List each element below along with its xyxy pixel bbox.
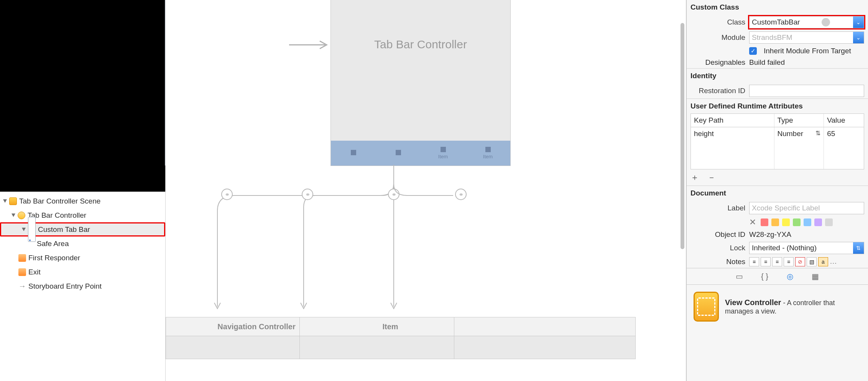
inspector-panel: Custom Class Class CustomTabBar ⌄ Module… <box>686 0 868 381</box>
module-field[interactable]: StrandsBFM ⌄ <box>749 31 864 44</box>
swatch-blue[interactable] <box>804 218 811 226</box>
udra-add-remove[interactable]: ＋ － <box>687 169 868 186</box>
view-controller-icon <box>694 292 719 322</box>
udra-type[interactable]: Number <box>778 130 804 138</box>
swatch-yellow[interactable] <box>782 218 790 226</box>
udra-col-key[interactable]: Key Path <box>691 114 774 127</box>
outline-custom-tabbar[interactable]: Custom Tab Bar <box>0 222 165 236</box>
clear-color-icon[interactable]: ✕ <box>749 217 756 227</box>
swatch-red[interactable] <box>761 218 768 226</box>
swatch-green[interactable] <box>793 218 801 226</box>
tab-icon <box>396 150 401 155</box>
outline-controller[interactable]: Tab Bar Controller <box>0 208 165 222</box>
module-label: Module <box>690 33 745 42</box>
swatch-orange[interactable] <box>771 218 779 226</box>
object-id-value: W28-zg-YXA <box>749 230 791 239</box>
tab-item[interactable]: Item <box>465 141 510 166</box>
udra-col-value[interactable]: Value <box>824 114 864 127</box>
library-filter-bar[interactable]: ▭ { } ◎ ▦ <box>687 268 868 285</box>
navigator-panel: Tab Bar Controller Scene Tab Bar Control… <box>0 0 166 381</box>
class-field[interactable]: CustomTabBar ⌄ <box>749 16 864 28</box>
udra-value[interactable]: 65 <box>827 130 835 138</box>
chevron-down-icon[interactable]: ⌄ <box>853 16 864 28</box>
media-library-icon[interactable]: ▦ <box>810 271 820 281</box>
module-placeholder: StrandsBFM <box>752 33 792 42</box>
align-center-icon[interactable]: ≡ <box>761 257 771 266</box>
lock-label: Lock <box>690 244 745 252</box>
restoration-field[interactable] <box>749 85 864 97</box>
class-label: Class <box>690 18 745 26</box>
tab-bar[interactable]: Item Item <box>331 141 510 166</box>
align-justify-icon[interactable]: ≡ <box>784 257 794 266</box>
svg-text:⚭: ⚭ <box>459 191 464 198</box>
notes-image-icon[interactable]: ▧ <box>807 257 817 266</box>
scene-icon <box>9 197 17 205</box>
outline-first-responder[interactable]: First Responder <box>0 251 165 265</box>
doc-color-row: ✕ <box>687 216 868 229</box>
type-stepper-icon[interactable]: ⇅ <box>814 130 820 137</box>
restoration-row: Restoration ID <box>687 83 868 99</box>
notes-toolbar[interactable]: ≡ ≡ ≡ ≡ ⊘ ▧ a … <box>749 257 837 266</box>
library-item-view-controller[interactable]: View Controller - A controller that mana… <box>687 285 868 328</box>
doc-label-label: Label <box>690 204 745 212</box>
child-scene-header[interactable] <box>454 317 636 336</box>
tab-bar-controller-scene[interactable]: Tab Bar Controller Item Item <box>330 0 511 166</box>
lock-field[interactable]: Inherited - (Nothing) ⇅ <box>749 242 864 254</box>
clear-icon[interactable] <box>822 18 830 26</box>
chevron-down-icon[interactable]: ⇅ <box>853 242 864 254</box>
class-row: Class CustomTabBar ⌄ <box>687 15 868 30</box>
outline-exit[interactable]: Exit <box>0 265 165 279</box>
document-outline[interactable]: Tab Bar Controller Scene Tab Bar Control… <box>0 192 165 381</box>
notes-font-icon[interactable]: a <box>818 257 828 266</box>
section-identity: Identity <box>687 68 868 83</box>
disclosure-icon[interactable] <box>22 228 26 231</box>
tab-item[interactable] <box>331 141 376 166</box>
outline-controller-label: Tab Bar Controller <box>28 211 86 220</box>
swatch-purple[interactable] <box>814 218 822 226</box>
outline-first-responder-label: First Responder <box>28 254 80 262</box>
swatch-gray[interactable] <box>825 218 833 226</box>
align-left-icon[interactable]: ≡ <box>749 257 759 266</box>
object-library-icon[interactable]: ◎ <box>785 271 795 281</box>
outline-exit-label: Exit <box>28 268 41 276</box>
designables-label: Designables <box>690 58 745 67</box>
restoration-label: Restoration ID <box>690 87 745 95</box>
notes-label: Notes <box>690 258 745 266</box>
doc-label-row: Label Xcode Specific Label <box>687 200 868 216</box>
exit-icon <box>18 268 26 276</box>
tab-item[interactable] <box>376 141 421 166</box>
disclosure-icon[interactable] <box>12 213 15 217</box>
designables-row: Designables Build failed <box>687 57 868 68</box>
disclosure-icon[interactable] <box>3 199 7 203</box>
outline-entry-point[interactable]: → Storyboard Entry Point <box>0 279 165 293</box>
label-color-swatches[interactable]: ✕ <box>749 217 833 227</box>
outline-scene[interactable]: Tab Bar Controller Scene <box>0 194 165 208</box>
align-right-icon[interactable]: ≡ <box>772 257 782 266</box>
controller-icon <box>18 212 25 219</box>
udra-table-header: Key Path Type Value <box>690 113 864 127</box>
outline-entry-point-label: Storyboard Entry Point <box>28 282 102 291</box>
outline-safe-area[interactable]: Safe Area <box>0 236 165 251</box>
inherit-checkbox[interactable]: ✓ <box>749 47 757 55</box>
udra-key[interactable]: height <box>694 130 714 138</box>
tab-item[interactable]: Item <box>421 141 465 166</box>
udra-col-type[interactable]: Type <box>774 114 824 127</box>
code-snippet-icon[interactable]: { } <box>760 271 770 281</box>
child-scene-body[interactable] <box>454 336 636 359</box>
section-document: Document <box>687 186 868 200</box>
notes-row: Notes ≡ ≡ ≡ ≡ ⊘ ▧ a … <box>687 256 868 268</box>
outline-custom-tabbar-label: Custom Tab Bar <box>38 225 90 234</box>
udra-table-row[interactable]: height Number ⇅ 65 <box>690 127 864 169</box>
chevron-down-icon[interactable]: ⌄ <box>853 32 864 43</box>
doc-label-field[interactable]: Xcode Specific Label <box>749 202 864 214</box>
library-item-title: View Controller <box>725 298 781 307</box>
outline-scene-label: Tab Bar Controller Scene <box>19 197 100 205</box>
file-template-icon[interactable]: ▭ <box>735 271 745 281</box>
arrow-right-icon: → <box>18 282 26 290</box>
tabbar-icon <box>28 217 36 242</box>
storyboard-canvas[interactable]: Tab Bar Controller Item Item ⚭ ⚭ ⚭ ⚭ Nav… <box>166 0 686 381</box>
section-custom-class: Custom Class <box>687 0 868 15</box>
canvas-scrollbar[interactable] <box>681 4 685 379</box>
scrollbar-thumb[interactable] <box>681 23 684 249</box>
notes-cancel-icon[interactable]: ⊘ <box>795 257 805 266</box>
